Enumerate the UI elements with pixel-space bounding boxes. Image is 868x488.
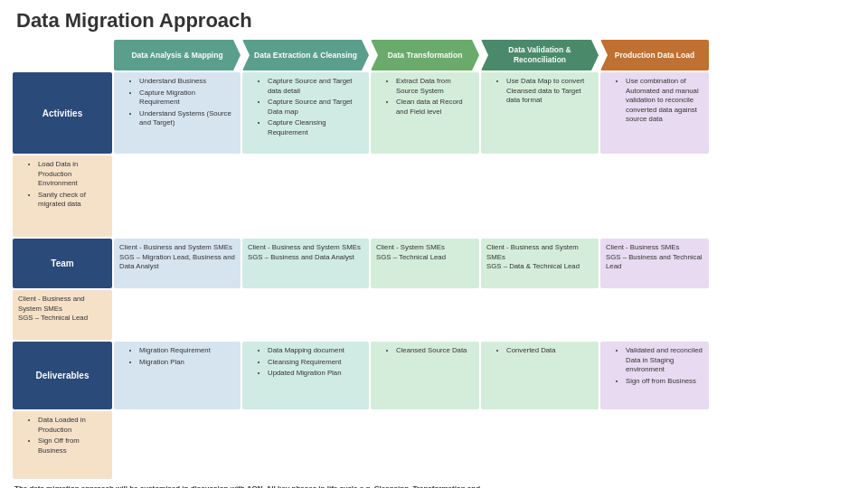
footer-note: The data migration approach will be cust… (13, 483, 855, 488)
activities-row: Activities Understand Business Capture M… (13, 72, 855, 237)
team-cell-2: Client - System SMEsSGS – Technical Lead (371, 239, 479, 288)
header-empty (13, 40, 112, 70)
activities-cell-2: Extract Data from Source System Clean da… (371, 72, 479, 154)
deliverables-cell-3: Converted Data (481, 342, 599, 409)
header-col3: Data Transformation (371, 40, 479, 70)
deliverables-cell-0: Migration Requirement Migration Plan (114, 342, 241, 409)
team-cell-4: Client - Business SMEsSGS – Business and… (600, 239, 709, 288)
activities-cell-1: Capture Source and Target data detail Ca… (242, 72, 369, 154)
activities-cell-4: Use combination of Automated and manual … (600, 72, 709, 154)
header-col4: Data Validation & Reconciliation (481, 40, 599, 70)
header-col1: Data Analysis & Mapping (114, 40, 241, 70)
deliverables-row: Deliverables Migration Requirement Migra… (13, 342, 855, 479)
team-cell-1: Client - Business and System SMEsSGS – B… (242, 239, 369, 288)
header-col2: Data Extraction & Cleansing (242, 40, 369, 70)
activities-cell-5: Load Data in Production Environment Sani… (13, 155, 112, 237)
team-cell-0: Client - Business and System SMEsSGS – M… (114, 239, 241, 288)
deliverables-cell-1: Data Mapping document Cleansing Requirem… (242, 342, 369, 409)
activities-label: Activities (13, 72, 112, 154)
table-wrapper: Data Analysis & Mapping Data Extraction … (13, 40, 855, 479)
team-cell-5: Client - Business and System SMEsSGS – T… (13, 290, 112, 340)
data-rows: Activities Understand Business Capture M… (13, 72, 855, 479)
team-label: Team (13, 239, 112, 288)
team-cell-3: Client - Business and System SMEsSGS – D… (481, 239, 599, 288)
team-row: Team Client - Business and System SMEsSG… (13, 239, 855, 340)
activities-cell-3: Use Data Map to convert Cleansed data to… (481, 72, 599, 154)
deliverables-label: Deliverables (13, 342, 112, 409)
activities-cell-0: Understand Business Capture Migration Re… (114, 72, 241, 154)
header-col5: Production Data Load (600, 40, 709, 70)
header-row: Data Analysis & Mapping Data Extraction … (13, 40, 855, 70)
deliverables-cell-4: Validated and reconciled Data in Staging… (600, 342, 709, 409)
page-title: Data Migration Approach (13, 9, 855, 33)
deliverables-cell-2: Cleansed Source Data (371, 342, 479, 409)
deliverables-cell-5: Data Loaded in Production Sign Off from … (13, 411, 112, 479)
page: Data Migration Approach Data Analysis & … (0, 0, 868, 488)
